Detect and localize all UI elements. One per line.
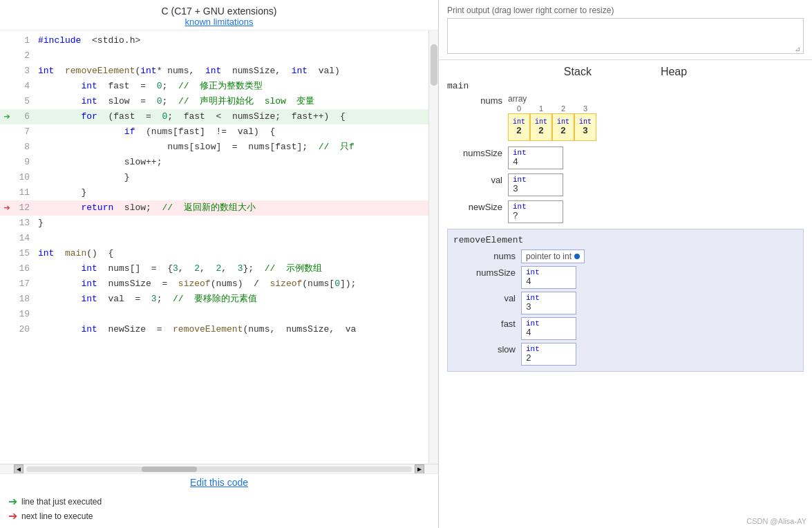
line-arrow-3: [0, 64, 14, 79]
line-code-7: if (nums[fast] != val) {: [38, 124, 275, 140]
watermark: CSDN @Alisa-AY: [746, 517, 806, 525]
re-nums-row: nums pointer to int: [453, 249, 797, 263]
re-slow-row: slow int 2: [453, 343, 797, 366]
index-2: 2: [552, 104, 574, 113]
val-var-box: int 3: [508, 173, 563, 196]
line-code-1: #include <stdio.h>: [38, 33, 140, 48]
line-num-9: 9: [14, 155, 38, 170]
line-arrow-14: [0, 231, 14, 246]
array-visualization: array 0 1 2 3 int 2: [508, 94, 596, 141]
re-fast-type: int: [526, 319, 572, 328]
val-val: 3: [513, 184, 558, 194]
re-numssize-row: numsSize int 4: [453, 266, 797, 289]
re-val-row: val int 3: [453, 292, 797, 314]
newsize-val: ?: [513, 211, 558, 221]
line-num-20: 20: [14, 322, 38, 337]
code-title: C (C17 + GNU extensions): [0, 6, 438, 17]
code-lines: 1 #include <stdio.h> 2 3 int removeEleme…: [0, 30, 428, 464]
scroll-left-btn[interactable]: ◀: [14, 464, 23, 474]
code-line-17: 17 int numsSize = sizeof(nums) / sizeof(…: [0, 276, 428, 292]
line-code-9: slow++;: [38, 155, 162, 170]
code-line-14: 14: [0, 231, 428, 246]
code-line-12: ➔ 12 return slow; // 返回新的数组大小: [0, 200, 428, 216]
pointer-dot: [574, 254, 580, 259]
legend-green-label: line that just executed: [21, 497, 102, 507]
cell-type-1: int: [535, 118, 547, 126]
newsize-var-row: newSize int ?: [447, 200, 804, 223]
re-val-val: 3: [526, 302, 572, 312]
line-arrow-11: [0, 185, 14, 200]
re-fast-box: int 4: [521, 317, 576, 340]
cell-type-2: int: [557, 118, 569, 126]
re-slow-box: int 2: [521, 343, 576, 366]
line-arrow-12: ➔: [0, 200, 14, 216]
scroll-right-btn[interactable]: ▶: [415, 464, 424, 474]
line-num-17: 17: [14, 276, 38, 292]
line-code-5: int slow = 0; // 声明并初始化 slow 变量: [38, 94, 315, 109]
line-num-16: 16: [14, 261, 38, 276]
line-num-14: 14: [14, 231, 38, 246]
cell-val-0: 2: [516, 126, 522, 136]
line-arrow-7: [0, 124, 14, 140]
line-code-10: }: [38, 170, 130, 185]
array-cell-0: int 2: [508, 113, 530, 141]
line-arrow-18: [0, 292, 14, 307]
numssize-var-label: numsSize: [447, 147, 502, 158]
legend-area: ➔ line that just executed ➔ next line to…: [0, 491, 438, 528]
line-num-12: 12: [14, 200, 38, 216]
line-code-17: int numsSize = sizeof(nums) / sizeof(num…: [38, 276, 356, 292]
array-cell-1: int 2: [530, 113, 552, 141]
code-line-9: 9 slow++;: [0, 155, 428, 170]
line-arrow-4: [0, 79, 14, 94]
re-slow-type: int: [526, 345, 572, 353]
val-var-label: val: [447, 173, 502, 185]
stack-heap-header: Stack Heap: [439, 60, 812, 81]
known-limitations-link[interactable]: known limitations: [0, 17, 438, 27]
legend-green: ➔ line that just executed: [8, 495, 430, 508]
code-line-16: 16 int nums[] = {3, 2, 2, 3}; // 示例数组: [0, 261, 428, 276]
line-code-4: int fast = 0; // 修正为整数类型: [38, 79, 263, 94]
memory-area[interactable]: main nums array 0 1 2 3: [439, 81, 812, 514]
code-line-11: 11 }: [0, 185, 428, 200]
line-arrow-5: [0, 94, 14, 109]
line-code-3: int removeElement(int* nums, int numsSiz…: [38, 64, 340, 79]
re-val-box: int 3: [521, 292, 576, 314]
nums-var-row: nums array 0 1 2 3 int: [447, 94, 804, 141]
line-num-18: 18: [14, 292, 38, 307]
numssize-val: 4: [513, 157, 558, 167]
line-arrow-17: [0, 276, 14, 292]
vertical-scrollbar[interactable]: [428, 30, 438, 464]
line-code-2: [38, 48, 44, 64]
right-panel: Print output (drag lower right corner to…: [439, 0, 812, 528]
code-line-15: 15 int main() {: [0, 246, 428, 261]
line-num-3: 3: [14, 64, 38, 79]
line-num-19: 19: [14, 307, 38, 322]
re-val-label: val: [453, 292, 516, 303]
re-numssize-val: 4: [526, 276, 572, 287]
main-frame-label: main: [447, 81, 804, 91]
line-num-7: 7: [14, 124, 38, 140]
line-num-8: 8: [14, 140, 38, 155]
re-numssize-box: int 4: [521, 266, 576, 289]
resize-handle[interactable]: ⊿: [795, 45, 802, 52]
horizontal-scrollbar[interactable]: ◀ ▶: [0, 464, 438, 473]
line-code-6: for (fast = 0; fast < numsSize; fast++) …: [38, 109, 346, 124]
re-fast-row: fast int 4: [453, 317, 797, 340]
code-line-7: 7 if (nums[fast] != val) {: [0, 124, 428, 140]
code-line-13: 13 }: [0, 216, 428, 231]
line-code-11: }: [38, 185, 86, 200]
cell-type-0: int: [513, 118, 525, 126]
edit-this-code-link[interactable]: Edit this code: [190, 477, 248, 488]
h-scrollbar-thumb[interactable]: [142, 466, 197, 472]
array-cell-3: int 3: [574, 113, 596, 141]
code-scroll-area[interactable]: 1 #include <stdio.h> 2 3 int removeEleme…: [0, 30, 428, 464]
remove-element-frame: removeElement nums pointer to int numsSi…: [447, 229, 804, 372]
cell-val-2: 2: [560, 126, 566, 136]
line-code-12: return slow; // 返回新的数组大小: [38, 200, 256, 216]
line-code-18: int val = 3; // 要移除的元素值: [38, 292, 257, 307]
re-numssize-label: numsSize: [453, 266, 516, 278]
code-panel: C (C17 + GNU extensions) known limitatio…: [0, 0, 439, 528]
line-num-1: 1: [14, 33, 38, 48]
re-fast-label: fast: [453, 317, 516, 329]
scrollbar-thumb[interactable]: [431, 44, 437, 86]
